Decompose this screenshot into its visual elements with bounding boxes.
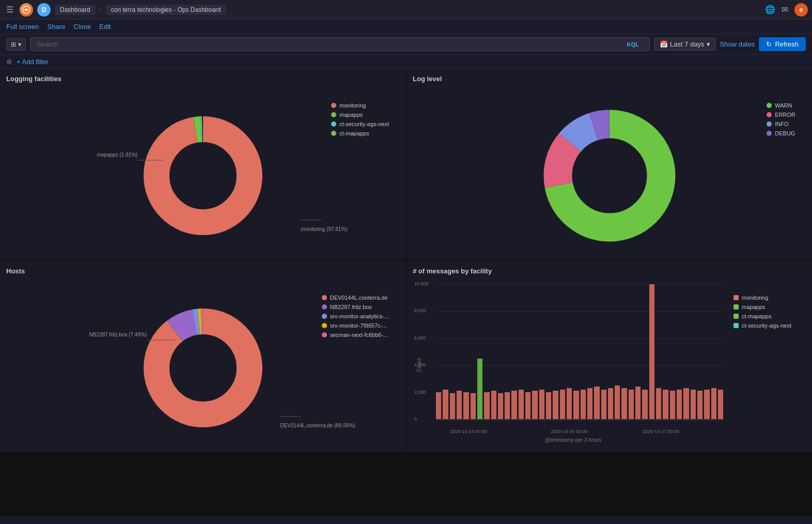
x-label-oct27: 2020-10-27 00:00 <box>643 429 679 434</box>
hosts-label-nb2287: NB2287.fritz.box (7.48%) <box>89 331 147 338</box>
legend-dot-bar-ct-mapapps <box>733 314 739 319</box>
legend-item-dev0144: DEV0144L.conterra.de <box>322 295 389 301</box>
bar-item <box>629 390 634 419</box>
search-placeholder: Search <box>37 40 58 48</box>
legend-dot-ct-security <box>331 121 336 127</box>
messages-by-facility-title: # of messages by facility <box>413 267 806 275</box>
legend-dot-bar-ct-security <box>733 323 739 328</box>
bar-item <box>718 390 723 419</box>
bar-item <box>683 388 689 419</box>
bar-item <box>560 390 565 419</box>
bar-item <box>505 392 510 419</box>
logging-label-mapapps: mapapps (1.91%) <box>97 151 138 158</box>
legend-label-dev0144: DEV0144L.conterra.de <box>330 295 388 301</box>
legend-label-bar-mapapps: mapapps <box>742 304 765 310</box>
bar-item <box>656 388 661 419</box>
hosts-legend: DEV0144L.conterra.de NB2287.fritz.box sr… <box>322 295 389 338</box>
filterbar: ⊕ + Add filter <box>0 55 812 69</box>
legend-bar-ct-security: ct-security-ags-next <box>733 322 801 329</box>
dashboard-title-pill[interactable]: con terra technologies - Ops Dashboard <box>106 5 226 15</box>
y-gridline-0: 0 <box>436 420 723 420</box>
bar-item <box>477 359 482 419</box>
x-axis-label: @timestamp per 3 hours <box>545 437 602 443</box>
legend-item-ct-security: ct-security-ags-next <box>331 121 389 127</box>
globe-icon[interactable]: 🌐 <box>765 5 775 14</box>
bar-item <box>581 390 586 419</box>
y-tick-10000: 10,000 <box>414 281 429 286</box>
bar-item <box>553 391 558 419</box>
hosts-chart: NB2287.fritz.box (7.48%) DEV0144L.conter… <box>6 279 399 458</box>
edit-link[interactable]: Edit <box>99 23 111 30</box>
actionbar: Full screen Share Clone Edit <box>0 20 812 34</box>
legend-label-ct-mapapps: ct-mapapps <box>339 130 369 136</box>
legend-label-bar-monitoring: monitoring <box>742 295 768 301</box>
share-link[interactable]: Share <box>48 23 66 30</box>
bar-item <box>546 392 551 419</box>
bar-item <box>450 393 455 419</box>
legend-label-srv-analytics: srv-monitor-analytics-... <box>330 313 389 319</box>
menu-icon[interactable]: ☰ <box>4 3 15 17</box>
searchbar: ⊞ ▾ Search KQL 📅 Last 7 days ▾ Show date… <box>0 34 812 55</box>
bar-item <box>498 393 503 419</box>
messages-chart-area: Count 10,000 8,000 6,000 4,000 2,000 0 2… <box>413 279 733 445</box>
legend-label-nb2287: NB2287.fritz.box <box>330 304 372 310</box>
show-dates-link[interactable]: Show dates <box>720 40 755 48</box>
x-label-oct25: 2020-10-25 00:00 <box>551 429 587 434</box>
y-tick-0: 0 <box>414 417 417 422</box>
topbar: ☰ D Dashboard › con terra technologies -… <box>0 0 812 20</box>
full-screen-link[interactable]: Full screen <box>6 23 39 30</box>
mail-icon[interactable]: ✉ <box>782 5 788 14</box>
legend-bar-monitoring: monitoring <box>733 295 801 301</box>
bar-item <box>594 387 599 419</box>
messages-by-facility-panel: # of messages by facility Count 10,000 8… <box>407 261 812 452</box>
bar-item <box>587 388 592 419</box>
search-type-selector[interactable]: ⊞ ▾ <box>6 38 26 51</box>
calendar-icon: 📅 <box>660 40 668 48</box>
bar-item <box>621 388 627 419</box>
legend-label-mapapps: mapapps <box>339 112 363 118</box>
legend-dot-monitoring <box>331 103 336 108</box>
time-range-selector[interactable]: 📅 Last 7 days ▾ <box>654 38 716 51</box>
add-filter-button[interactable]: + Add filter <box>17 58 49 66</box>
legend-item-nb2287: NB2287.fritz.box <box>322 304 389 310</box>
app-logo <box>20 3 33 17</box>
bar-item <box>691 390 696 419</box>
logging-facilities-donut <box>141 114 265 238</box>
legend-item-srv-7f9657: srv-monitor-7f9657c-... <box>322 322 389 329</box>
logging-facilities-title: Logging facilities <box>6 75 399 83</box>
legend-item-warn: WARN <box>767 102 795 109</box>
legend-label-debug: DEBUG <box>775 130 795 136</box>
dashboard-tab[interactable]: Dashboard <box>55 5 96 15</box>
logging-facilities-legend: monitoring mapapps ct-security-ags-next … <box>331 102 389 136</box>
legend-label-error: ERROR <box>775 112 795 118</box>
breadcrumb-arrow: › <box>100 6 102 13</box>
chevron-down-icon: ▾ <box>707 40 710 48</box>
legend-dot-bar-mapapps <box>733 304 739 310</box>
x-label-oct23: 2020-10-23 00:00 <box>450 429 487 434</box>
bar-item <box>573 391 579 419</box>
refresh-button[interactable]: ↻ Refresh <box>759 37 806 51</box>
log-level-panel: Log level WARN <box>407 69 812 260</box>
clone-link[interactable]: Clone <box>73 23 91 30</box>
bar-item <box>697 391 702 419</box>
legend-label-monitoring: monitoring <box>339 102 366 109</box>
bar-item <box>663 390 668 419</box>
bar-item <box>484 392 489 419</box>
legend-dot-dev0144 <box>322 295 327 300</box>
y-tick-4000: 4,000 <box>414 362 426 367</box>
refresh-icon: ↻ <box>766 40 772 48</box>
bars-container <box>436 284 723 420</box>
bar-chart-plot: 10,000 8,000 6,000 4,000 2,000 0 2020-10… <box>436 284 723 420</box>
bar-item <box>471 393 476 419</box>
bar-item <box>649 284 654 419</box>
user-avatar[interactable]: e <box>794 3 808 17</box>
legend-dot-srv-7f9657 <box>322 323 327 328</box>
bar-item <box>457 391 462 419</box>
search-input-area[interactable]: Search KQL <box>30 37 650 51</box>
legend-dot-bar-monitoring <box>733 295 739 300</box>
bar-item <box>608 388 613 419</box>
legend-label-info: INFO <box>775 121 788 127</box>
legend-dot-mapapps <box>331 112 336 117</box>
hosts-donut <box>141 306 265 430</box>
legend-item-debug: DEBUG <box>767 130 795 136</box>
